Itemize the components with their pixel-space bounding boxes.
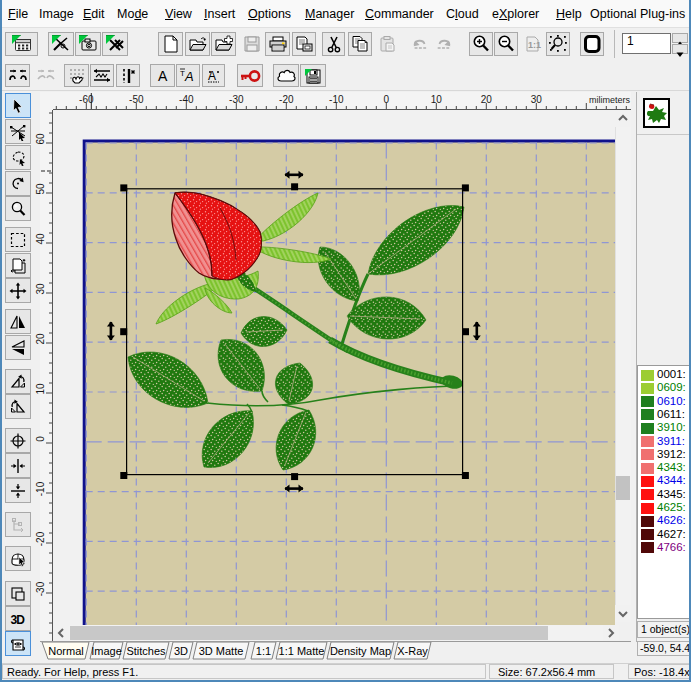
svg-text:-30: -30 bbox=[35, 581, 46, 596]
svg-text:0: 0 bbox=[35, 436, 46, 442]
svg-text:Image: Image bbox=[91, 645, 122, 657]
svg-text:milimeters: milimeters bbox=[589, 95, 631, 105]
svg-text:Density Map: Density Map bbox=[330, 645, 391, 657]
svg-text:3D: 3D bbox=[174, 645, 188, 657]
svg-text:50: 50 bbox=[35, 183, 46, 195]
svg-text:-40: -40 bbox=[179, 94, 194, 105]
svg-text:-20: -20 bbox=[279, 94, 294, 105]
svg-text:0: 0 bbox=[384, 94, 390, 105]
svg-text:20: 20 bbox=[481, 94, 493, 105]
svg-text:60: 60 bbox=[35, 133, 46, 145]
svg-text:X-Ray: X-Ray bbox=[397, 645, 428, 657]
svg-text:10: 10 bbox=[35, 383, 46, 395]
svg-text:-30: -30 bbox=[229, 94, 244, 105]
svg-text:1:1: 1:1 bbox=[256, 645, 271, 657]
svg-text:10: 10 bbox=[431, 94, 443, 105]
svg-text:1:1 Matte: 1:1 Matte bbox=[279, 645, 325, 657]
svg-text:30: 30 bbox=[531, 94, 543, 105]
svg-text:-10: -10 bbox=[35, 481, 46, 496]
svg-text:-20: -20 bbox=[35, 531, 46, 546]
svg-text:40: 40 bbox=[35, 233, 46, 245]
svg-text:-50: -50 bbox=[129, 94, 144, 105]
svg-text:3D Matte: 3D Matte bbox=[199, 645, 244, 657]
svg-text:-10: -10 bbox=[329, 94, 344, 105]
svg-text:30: 30 bbox=[35, 283, 46, 295]
svg-text:20: 20 bbox=[35, 333, 46, 345]
svg-text:Stitches: Stitches bbox=[126, 645, 166, 657]
svg-text:Normal: Normal bbox=[48, 645, 83, 657]
